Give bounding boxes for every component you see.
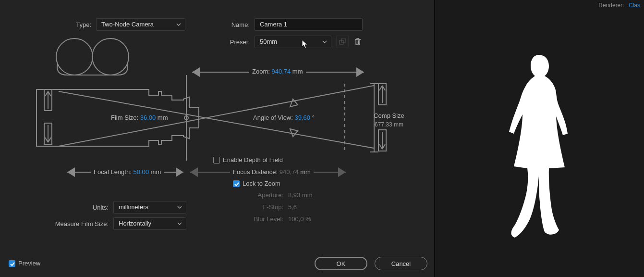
chevron-down-icon [177,205,182,210]
ok-button[interactable]: OK [315,257,367,270]
type-select[interactable]: Two-Node Camera [96,18,185,31]
blur-value: 100,0 [288,215,304,223]
type-label: Type: [71,21,91,28]
renderer-label: Renderer: [598,2,624,9]
units-label: Units: [72,204,109,211]
focal-length-label: Focal Length: [94,168,132,176]
renderer-link[interactable]: Clas [629,2,640,9]
focus-distance-unit: mm [300,168,311,176]
measure-select-value: Horizontally [119,220,151,227]
comp-size-value: 677,33 mm [370,121,408,128]
preview-silhouette [487,53,593,240]
comp-size-label: Comp Size [370,112,408,119]
film-size-label: Film Size: [111,114,138,121]
aperture-value: 8,93 [288,191,300,199]
focal-length-value[interactable]: 50,00 [133,168,149,176]
check-icon [233,181,240,188]
angle-unit: ° [312,114,315,121]
film-size-value[interactable]: 36,00 [140,114,156,121]
blur-label: Blur Level: [226,215,283,223]
type-select-value: Two-Node Camera [101,21,154,28]
film-size-unit: mm [158,114,168,121]
aperture-label: Aperture: [226,191,283,199]
enable-dof-checkbox[interactable] [213,157,220,164]
units-select-value: millimeters [119,203,148,211]
focal-length-unit: mm [151,168,161,176]
zoom-value[interactable]: 940,74 [271,68,291,75]
angle-value[interactable]: 39,60 [295,114,311,121]
units-select[interactable]: millimeters [113,201,186,214]
lock-to-zoom-checkbox[interactable] [233,180,240,187]
name-input-value: Camera 1 [260,21,287,28]
svg-line-7 [59,91,374,148]
svg-line-8 [59,86,374,146]
fstop-value: 5,6 [288,203,317,211]
aperture-unit: mm [302,191,313,199]
check-icon [9,261,16,267]
zoom-unit: mm [292,68,303,75]
fstop-label: F-Stop: [226,203,283,211]
angle-label: Angle of View: [253,114,293,121]
svg-point-2 [56,38,93,75]
blur-unit: % [305,215,311,223]
preview-label: Preview [18,260,40,267]
enable-dof-label: Enable Depth of Field [223,156,283,164]
lock-to-zoom-label: Lock to Zoom [243,180,280,187]
name-label: Name: [229,21,250,28]
chevron-down-icon [176,22,181,27]
measure-select[interactable]: Horizontally [113,217,186,230]
svg-point-3 [92,38,129,75]
measure-label: Measure Film Size: [46,220,109,227]
cancel-button[interactable]: Cancel [375,257,427,270]
zoom-label: Zoom: [252,68,270,75]
focus-distance-value: 940,74 [279,168,299,176]
focus-distance-label: Focus Distance: [233,168,278,176]
preview-checkbox[interactable] [9,260,15,267]
chevron-down-icon [177,221,182,226]
name-input[interactable]: Camera 1 [255,18,363,31]
